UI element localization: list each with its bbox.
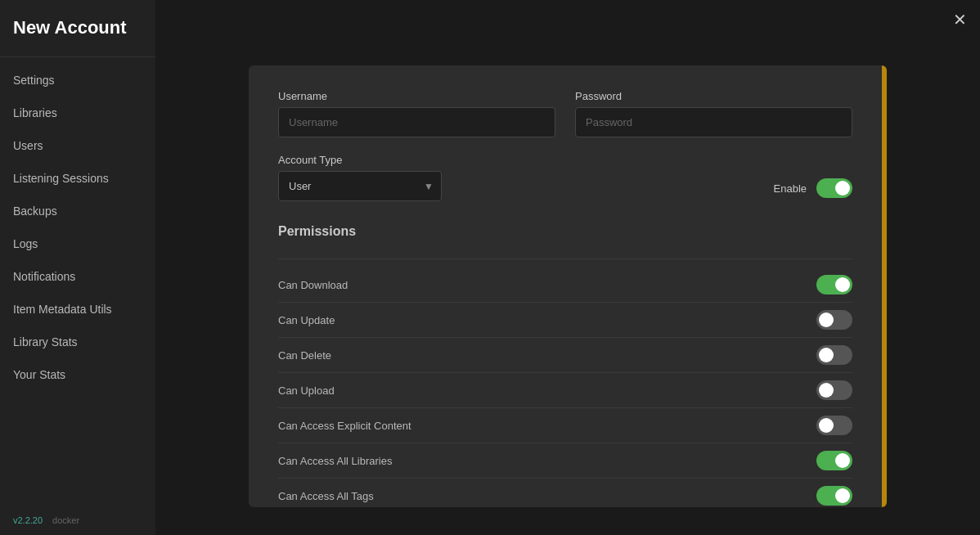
new-account-modal: Username Password Account Type User Admi… <box>249 65 887 507</box>
toggle-knob <box>835 181 850 196</box>
toggle-knob <box>835 277 850 292</box>
account-type-row: Account Type User Admin ▼ Enable <box>278 154 852 201</box>
toggle-knob <box>819 418 834 433</box>
permission-toggle-can-update[interactable] <box>816 310 852 330</box>
permission-toggle-can-access-all-libraries[interactable] <box>816 451 852 470</box>
permission-row-can-update: Can Update <box>278 303 852 338</box>
credentials-row: Username Password <box>278 90 852 137</box>
permission-label-can-upload: Can Upload <box>278 384 816 397</box>
toggle-knob <box>819 383 834 398</box>
permissions-title: Permissions <box>278 224 852 245</box>
username-input[interactable] <box>278 107 555 137</box>
permission-label-can-access-all-libraries: Can Access All Libraries <box>278 455 816 467</box>
permission-label-can-access-all-tags: Can Access All Tags <box>278 490 816 502</box>
modal-overlay: Username Password Account Type User Admi… <box>169 65 967 527</box>
permission-row-can-access-all-tags: Can Access All Tags <box>278 479 852 507</box>
permission-row-can-upload: Can Upload <box>278 373 852 408</box>
permission-row-can-download: Can Download <box>278 268 852 303</box>
account-type-label: Account Type <box>278 154 458 166</box>
account-type-select[interactable]: User Admin <box>278 171 442 201</box>
permission-toggle-can-access-all-tags[interactable] <box>816 486 852 506</box>
close-button[interactable]: ✕ <box>953 11 967 28</box>
permission-toggle-can-access-explicit-content[interactable] <box>816 416 852 435</box>
permission-toggle-can-delete[interactable] <box>816 345 852 365</box>
permission-row-can-delete: Can Delete <box>278 338 852 373</box>
main-area: ✕ Username Password Account Type <box>155 0 980 535</box>
password-input[interactable] <box>575 107 852 137</box>
toggle-knob <box>835 453 850 468</box>
toggle-knob <box>819 312 834 327</box>
sidebar-item-notifications[interactable]: Notifications <box>0 260 155 293</box>
permission-label-can-delete: Can Delete <box>278 349 816 362</box>
permission-label-can-download: Can Download <box>278 279 816 291</box>
password-group: Password <box>575 90 852 137</box>
permission-toggle-can-upload[interactable] <box>816 380 852 400</box>
platform-label: docker <box>52 515 79 525</box>
password-label: Password <box>575 90 852 102</box>
sidebar-item-your-stats[interactable]: Your Stats <box>0 358 155 391</box>
toggle-knob <box>819 348 834 362</box>
enable-row: Enable <box>774 178 852 201</box>
permission-toggle-can-download[interactable] <box>816 275 852 294</box>
sidebar-item-users[interactable]: Users <box>0 129 155 162</box>
account-type-group: Account Type User Admin ▼ <box>278 154 458 201</box>
version-label[interactable]: v2.2.20 <box>13 515 43 525</box>
sidebar-item-listening-sessions[interactable]: Listening Sessions <box>0 162 155 195</box>
permission-row-can-access-explicit-content: Can Access Explicit Content <box>278 408 852 443</box>
username-label: Username <box>278 90 555 102</box>
permissions-section: Permissions Can DownloadCan UpdateCan De… <box>278 224 852 507</box>
permissions-divider <box>278 259 852 259</box>
sidebar-item-backups[interactable]: Backups <box>0 195 155 227</box>
sidebar-nav: SettingsLibrariesUsersListening Sessions… <box>0 57 155 506</box>
account-type-select-wrapper: User Admin ▼ <box>278 171 442 201</box>
sidebar: New Account SettingsLibrariesUsersListen… <box>0 0 155 535</box>
sidebar-item-logs[interactable]: Logs <box>0 227 155 260</box>
permission-label-can-update: Can Update <box>278 314 816 326</box>
sidebar-item-item-metadata-utils[interactable]: Item Metadata Utils <box>0 293 155 326</box>
enable-toggle[interactable] <box>816 178 852 198</box>
permission-label-can-access-explicit-content: Can Access Explicit Content <box>278 420 816 432</box>
sidebar-footer: v2.2.20 docker <box>0 506 155 535</box>
page-title: New Account <box>0 0 155 57</box>
permission-row-can-access-all-libraries: Can Access All Libraries <box>278 443 852 479</box>
username-group: Username <box>278 90 555 137</box>
permissions-list: Can DownloadCan UpdateCan DeleteCan Uplo… <box>278 268 852 507</box>
toggle-knob <box>835 488 850 503</box>
sidebar-item-library-stats[interactable]: Library Stats <box>0 326 155 358</box>
sidebar-item-libraries[interactable]: Libraries <box>0 97 155 129</box>
sidebar-item-settings[interactable]: Settings <box>0 64 155 97</box>
enable-label: Enable <box>774 182 807 195</box>
